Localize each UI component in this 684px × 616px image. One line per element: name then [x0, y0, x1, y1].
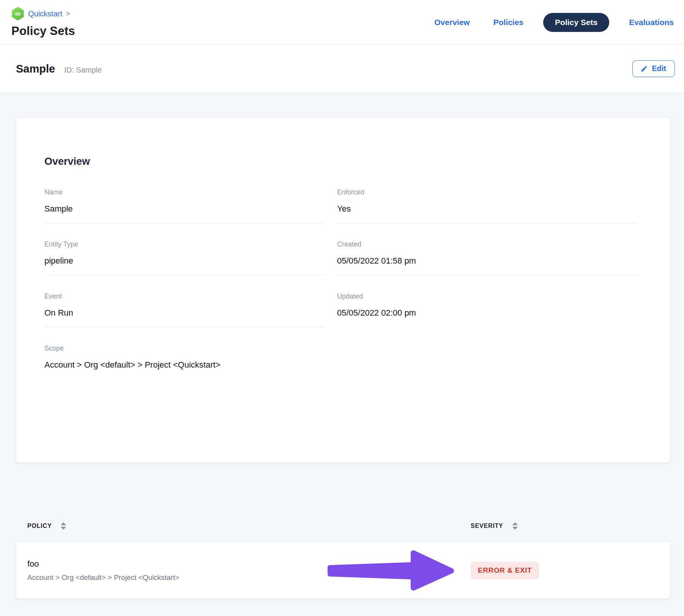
breadcrumb: ∞ Quickstart > — [11, 7, 75, 21]
field-label: Scope — [44, 344, 325, 352]
pencil-icon — [640, 65, 648, 73]
field-event: Event On Run — [44, 292, 325, 327]
edit-button-label: Edit — [652, 64, 666, 73]
tab-policies[interactable]: Policies — [493, 18, 523, 27]
field-entity-type: Entity Type pipeline — [44, 240, 325, 275]
column-header-policy-label: POLICY — [27, 523, 52, 529]
breadcrumb-project-link[interactable]: Quickstart — [28, 9, 62, 18]
project-hexagon-icon: ∞ — [11, 7, 24, 21]
policy-scope: Account > Org <default> > Project <Quick… — [27, 573, 471, 582]
field-label: Created — [337, 240, 637, 248]
column-header-severity[interactable]: SEVERITY — [471, 522, 670, 530]
module-tabs: Overview Policies Policy Sets Evaluation… — [434, 0, 674, 44]
app-root: ∞ Quickstart > Policy Sets Overview Poli… — [0, 0, 684, 616]
field-value: pipeline — [44, 256, 325, 266]
field-name: Name Sample — [44, 188, 325, 223]
policy-set-header: Sample ID: Sample Edit — [0, 45, 684, 93]
policies-table-header: POLICY SEVERITY — [16, 522, 670, 530]
field-value: Yes — [337, 204, 637, 214]
overview-card-title: Overview — [44, 156, 637, 167]
sort-up-arrow — [512, 522, 518, 525]
field-value: 05/05/2022 02:00 pm — [337, 308, 637, 318]
top-header-left: ∞ Quickstart > Policy Sets — [11, 0, 75, 44]
policy-cell: foo Account > Org <default> > Project <Q… — [16, 559, 471, 582]
field-value: On Run — [44, 308, 325, 318]
policy-set-id: ID: Sample — [64, 63, 102, 74]
column-header-policy[interactable]: POLICY — [16, 522, 471, 530]
top-header: ∞ Quickstart > Policy Sets Overview Poli… — [0, 0, 684, 45]
field-enforced: Enforced Yes — [337, 188, 637, 223]
field-label: Updated — [337, 292, 637, 300]
field-label: Enforced — [337, 188, 637, 196]
page-title: Policy Sets — [11, 24, 75, 38]
field-value: Account > Org <default> > Project <Quick… — [44, 360, 325, 370]
field-value: Sample — [44, 204, 325, 214]
tab-evaluations[interactable]: Evaluations — [629, 18, 674, 27]
policy-name[interactable]: foo — [27, 559, 471, 569]
sort-down-arrow — [512, 527, 518, 530]
field-updated: Updated 05/05/2022 02:00 pm — [337, 292, 637, 327]
field-scope: Scope Account > Org <default> > Project … — [44, 344, 325, 379]
field-value: 05/05/2022 01:58 pm — [337, 256, 637, 266]
field-created: Created 05/05/2022 01:58 pm — [337, 240, 637, 275]
sort-down-arrow — [61, 527, 66, 530]
overview-card: Overview Name Sample Entity Type pipelin… — [16, 118, 670, 463]
field-label: Entity Type — [44, 240, 325, 248]
sort-icon[interactable] — [61, 522, 66, 530]
edit-button[interactable]: Edit — [632, 60, 675, 77]
column-header-severity-label: SEVERITY — [471, 523, 503, 529]
severity-cell: ERROR & EXIT — [471, 562, 670, 579]
sort-up-arrow — [61, 522, 66, 525]
field-label: Name — [44, 188, 325, 196]
field-label: Event — [44, 292, 325, 300]
overview-fields-right: Enforced Yes Created 05/05/2022 01:58 pm… — [337, 188, 637, 396]
policy-set-name: Sample — [16, 63, 55, 75]
overview-fields-left: Name Sample Entity Type pipeline Event O… — [44, 188, 325, 396]
policy-table-row[interactable]: foo Account > Org <default> > Project <Q… — [16, 542, 670, 599]
chevron-right-icon: > — [66, 10, 70, 18]
tab-policy-sets[interactable]: Policy Sets — [543, 13, 609, 32]
sort-icon[interactable] — [512, 522, 518, 530]
tab-overview[interactable]: Overview — [434, 18, 470, 27]
main-content: Overview Name Sample Entity Type pipelin… — [0, 93, 684, 616]
overview-fields-grid: Name Sample Entity Type pipeline Event O… — [44, 188, 637, 396]
severity-badge: ERROR & EXIT — [471, 562, 539, 579]
